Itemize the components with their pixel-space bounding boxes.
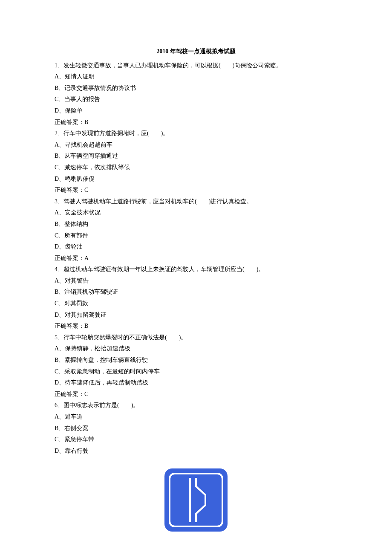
question-option: B、紧握转向盘，控制车辆直线行驶 bbox=[55, 355, 337, 366]
question-option: C、当事人的报告 bbox=[55, 94, 337, 105]
question-answer: 正确答案：B bbox=[55, 117, 337, 128]
question-option: D、对其扣留驾驶证 bbox=[55, 309, 337, 321]
question-option: C、减速停车，依次排队等候 bbox=[55, 162, 337, 173]
traffic-sign-container bbox=[55, 468, 337, 532]
traffic-sign bbox=[164, 468, 228, 532]
question-option: A、知情人证明 bbox=[55, 71, 337, 83]
question-option: B、右侧变宽 bbox=[55, 423, 337, 434]
question-option: D、靠右行驶 bbox=[55, 445, 337, 457]
question-stem: 5、行车中轮胎突然爆裂时的不正确做法是( )。 bbox=[55, 332, 337, 344]
question-option: D、鸣喇叭催促 bbox=[55, 173, 337, 185]
question-stem: 6、图中标志表示前方是( )。 bbox=[55, 400, 337, 411]
question-option: C、采取紧急制动，在最短的时间内停车 bbox=[55, 366, 337, 378]
question-option: A、避车道 bbox=[55, 411, 337, 423]
question-option: B、整体结构 bbox=[55, 219, 337, 230]
question-option: A、保持镇静，松抬加速踏板 bbox=[55, 343, 337, 355]
question-option: A、寻找机会超越前车 bbox=[55, 139, 337, 151]
questions-list: 1、发生轻微交通事故，当事人已办理机动车保险的，可以根据( )向保险公司索赔。A… bbox=[55, 60, 337, 457]
question-option: C、对其罚款 bbox=[55, 298, 337, 309]
question-answer: 正确答案：C bbox=[55, 389, 337, 400]
question-option: A、安全技术状况 bbox=[55, 207, 337, 219]
question-option: C、紧急停车带 bbox=[55, 434, 337, 445]
question-answer: 正确答案：A bbox=[55, 253, 337, 264]
question-answer: 正确答案：C bbox=[55, 185, 337, 196]
question-option: C、所有部件 bbox=[55, 230, 337, 242]
question-option: D、齿轮油 bbox=[55, 241, 337, 253]
question-stem: 2、行车中发现前方道路拥堵时，应( )。 bbox=[55, 128, 337, 139]
page-title: 2010 年驾校一点通模拟考试题 bbox=[55, 46, 337, 58]
question-option: B、记录交通事故情况的协议书 bbox=[55, 83, 337, 94]
question-stem: 3、驾驶人驾驶机动车上道路行驶前，应当对机动车的( )进行认真检查。 bbox=[55, 196, 337, 208]
traffic-sign-inner bbox=[169, 473, 223, 527]
lay-by-icon bbox=[170, 474, 222, 526]
question-option: D、待车速降低后，再轻踏制动踏板 bbox=[55, 377, 337, 389]
question-stem: 4、超过机动车驾驶证有效期一年以上未换证的驾驶人，车辆管理所应当( )。 bbox=[55, 264, 337, 275]
question-option: D、保险单 bbox=[55, 105, 337, 117]
question-answer: 正确答案：B bbox=[55, 321, 337, 332]
question-option: B、从车辆空间穿插通过 bbox=[55, 150, 337, 162]
question-stem: 1、发生轻微交通事故，当事人已办理机动车保险的，可以根据( )向保险公司索赔。 bbox=[55, 60, 337, 72]
question-option: A、对其警告 bbox=[55, 275, 337, 287]
question-option: B、注销其机动车驾驶证 bbox=[55, 286, 337, 298]
